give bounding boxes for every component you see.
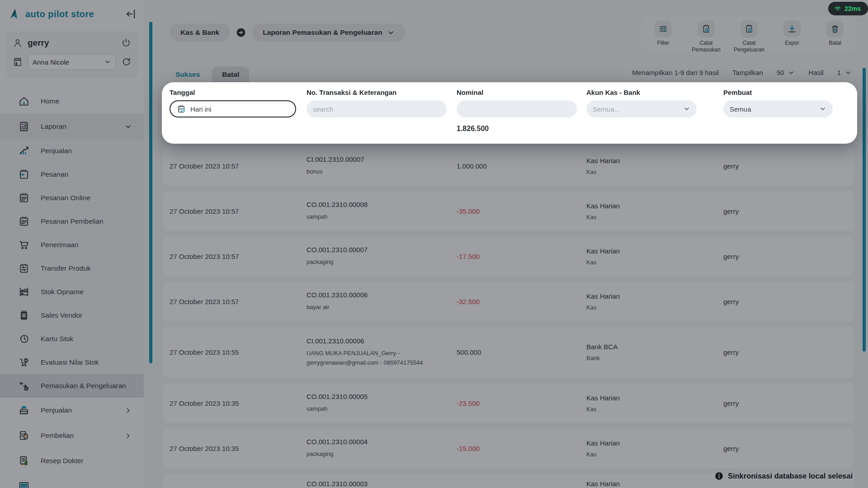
wifi-icon xyxy=(834,5,842,13)
latency-value: 22ms xyxy=(844,5,861,12)
search-input[interactable] xyxy=(307,100,447,117)
chevron-down-icon xyxy=(819,105,826,113)
nominal-total: 1.826.500 xyxy=(457,125,577,133)
calendar-clock-icon xyxy=(177,104,186,114)
nominal-input[interactable] xyxy=(457,100,577,117)
modal-overlay[interactable] xyxy=(0,0,868,488)
filter-creator-label: Pembuat xyxy=(723,89,833,96)
creator-select[interactable]: Semua xyxy=(723,100,833,117)
account-select-value: Semua... xyxy=(593,105,620,113)
filter-nominal-label: Nominal xyxy=(457,89,577,96)
chevron-down-icon xyxy=(683,105,690,113)
latency-badge: 22ms xyxy=(828,2,868,15)
creator-select-value: Semua xyxy=(730,105,751,113)
filter-search-label: No. Transaksi & Keterangan xyxy=(307,89,447,96)
filter-account-label: Akun Kas - Bank xyxy=(586,89,697,96)
account-select[interactable]: Semua... xyxy=(586,100,697,117)
date-filter-value: Hari ini xyxy=(190,105,212,113)
filter-date-label: Tanggal xyxy=(170,89,296,96)
filter-panel: Tanggal Hari ini No. Transaksi & Keteran… xyxy=(162,82,857,144)
date-filter-input[interactable]: Hari ini xyxy=(170,100,296,117)
